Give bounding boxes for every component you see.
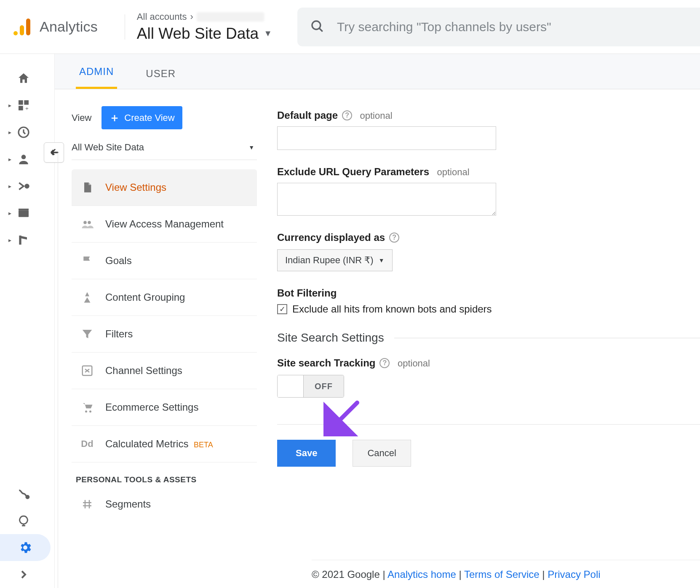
help-icon[interactable]: ? xyxy=(389,233,399,243)
view-column: View ＋ Create View All Web Site Data ▼ V… xyxy=(55,89,257,588)
footer-link-home[interactable]: Analytics home xyxy=(387,569,456,580)
tab-user[interactable]: USER xyxy=(142,58,179,89)
nav-attribution[interactable] xyxy=(0,480,54,507)
chevron-right-icon: ▸ xyxy=(8,210,14,216)
people-icon xyxy=(80,217,94,231)
account-selector[interactable]: All accounts › All Web Site Data ▼ xyxy=(137,11,272,43)
nav-acquisition[interactable]: ▸ xyxy=(0,173,54,200)
view-menu: View Settings View Access Management Goa… xyxy=(72,169,257,522)
menu-label: Segments xyxy=(105,498,248,510)
tab-admin[interactable]: ADMIN xyxy=(76,56,117,89)
caret-down-icon: ▼ xyxy=(248,144,254,151)
flag-icon xyxy=(80,254,94,268)
field-label: Bot Filtering xyxy=(277,287,337,299)
view-selector[interactable]: All Web Site Data ▼ xyxy=(72,138,257,160)
breadcrumb-account-redacted xyxy=(197,12,264,21)
search-placeholder: Try searching "Top channels by users" xyxy=(337,20,551,34)
nav-home[interactable] xyxy=(0,65,54,92)
svg-point-14 xyxy=(26,496,29,498)
svg-point-10 xyxy=(21,155,26,159)
admin-tabs: ADMIN USER xyxy=(55,54,700,89)
svg-point-11 xyxy=(25,184,29,188)
nav-dashboards[interactable]: ▸ + xyxy=(0,92,54,119)
menu-channel-settings[interactable]: Channel Settings xyxy=(72,353,257,389)
beta-badge: BETA xyxy=(194,441,213,449)
nav-collapse[interactable] xyxy=(0,561,54,588)
help-icon[interactable]: ? xyxy=(379,358,390,368)
nav-behavior[interactable]: ▸ xyxy=(0,200,54,227)
filter-icon xyxy=(80,327,94,341)
breadcrumb-sep: › xyxy=(190,11,193,22)
section-personal-tools: PERSONAL TOOLS & ASSETS xyxy=(72,462,257,486)
menu-label: View Access Management xyxy=(105,218,248,230)
left-nav-rail: ▸ + ▸ ▸ ▸ ▸ ▸ xyxy=(0,54,55,588)
menu-label: Calculated Metrics BETA xyxy=(105,438,248,450)
cart-icon xyxy=(80,400,94,414)
footer-link-tos[interactable]: Terms of Service xyxy=(464,569,540,580)
nav-discover[interactable] xyxy=(0,507,54,534)
svg-point-16 xyxy=(88,221,91,225)
menu-content-grouping[interactable]: Content Grouping xyxy=(72,279,257,316)
menu-view-access[interactable]: View Access Management xyxy=(72,206,257,243)
segments-icon xyxy=(80,497,94,511)
view-title[interactable]: All Web Site Data ▼ xyxy=(137,25,272,43)
document-icon xyxy=(80,180,94,195)
main: ▸ + ▸ ▸ ▸ ▸ ▸ xyxy=(0,54,700,588)
menu-label: Ecommerce Settings xyxy=(105,401,248,413)
chevron-right-icon: ▸ xyxy=(8,129,14,136)
bot-checkbox-row[interactable]: ✓ Exclude all hits from known bots and s… xyxy=(277,303,700,315)
search-bar[interactable]: Try searching "Top channels by users" xyxy=(297,8,700,46)
field-site-search: Site search Tracking ? optional OFF xyxy=(277,357,700,399)
view-label: View xyxy=(72,112,91,123)
field-label: Default page ? xyxy=(277,110,352,121)
menu-segments[interactable]: Segments xyxy=(72,486,257,522)
menu-label: Filters xyxy=(105,328,248,340)
cancel-button[interactable]: Cancel xyxy=(353,440,411,467)
nav-realtime[interactable]: ▸ xyxy=(0,119,54,146)
optional-tag: optional xyxy=(398,358,430,369)
create-view-button[interactable]: ＋ Create View xyxy=(102,106,182,129)
field-bot-filtering: Bot Filtering ✓ Exclude all hits from kn… xyxy=(277,287,700,315)
menu-label: View Settings xyxy=(105,182,248,193)
analytics-logo-icon xyxy=(12,17,32,37)
field-label: Currency displayed as ? xyxy=(277,232,399,243)
svg-rect-7 xyxy=(19,106,23,110)
svg-rect-1 xyxy=(20,25,24,35)
save-button[interactable]: Save xyxy=(277,440,336,467)
optional-tag: optional xyxy=(437,167,470,177)
svg-point-15 xyxy=(83,221,87,225)
help-icon[interactable]: ? xyxy=(342,110,352,120)
footer-link-privacy[interactable]: Privacy Poli xyxy=(548,569,600,580)
dd-icon: Dd xyxy=(80,437,94,451)
menu-ecommerce[interactable]: Ecommerce Settings xyxy=(72,389,257,426)
checkbox-icon[interactable]: ✓ xyxy=(277,304,287,314)
section-title: Site Search Settings xyxy=(277,331,384,345)
field-label: Exclude URL Query Parameters xyxy=(277,166,429,178)
section-divider: Site Search Settings xyxy=(277,331,700,345)
svg-text:+: + xyxy=(25,105,29,112)
svg-rect-0 xyxy=(13,31,18,35)
site-search-toggle[interactable]: OFF xyxy=(277,375,344,398)
optional-tag: optional xyxy=(360,110,392,121)
svg-rect-2 xyxy=(26,19,30,35)
menu-view-settings[interactable]: View Settings xyxy=(72,169,257,206)
svg-line-4 xyxy=(319,28,323,32)
currency-value: Indian Rupee (INR ₹) xyxy=(285,255,374,266)
chevron-right-icon: ▸ xyxy=(8,237,14,243)
nav-admin[interactable] xyxy=(0,534,51,561)
menu-label: Channel Settings xyxy=(105,365,248,377)
product-name: Analytics xyxy=(40,19,98,35)
checkbox-label: Exclude all hits from known bots and spi… xyxy=(292,303,492,315)
default-page-input[interactable] xyxy=(277,126,496,150)
menu-filters[interactable]: Filters xyxy=(72,316,257,353)
panel: View ＋ Create View All Web Site Data ▼ V… xyxy=(55,89,700,588)
chevron-right-icon: ▸ xyxy=(8,102,14,109)
field-currency: Currency displayed as ? Indian Rupee (IN… xyxy=(277,232,700,271)
exclude-params-input[interactable] xyxy=(277,183,496,216)
menu-calc-metrics[interactable]: Dd Calculated Metrics BETA xyxy=(72,426,257,462)
currency-dropdown[interactable]: Indian Rupee (INR ₹) ▼ xyxy=(277,249,393,271)
nav-conversions[interactable]: ▸ xyxy=(0,227,54,254)
svg-rect-5 xyxy=(19,100,23,105)
menu-goals[interactable]: Goals xyxy=(72,243,257,279)
field-exclude-params: Exclude URL Query Parameters optional xyxy=(277,166,700,216)
